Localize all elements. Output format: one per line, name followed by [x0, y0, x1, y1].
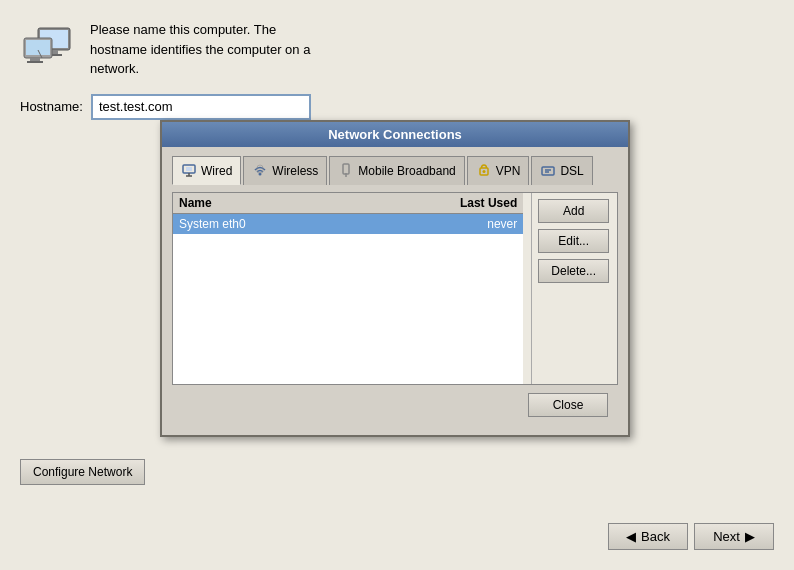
connection-list-area: Name Last Used System eth0 never — [173, 193, 523, 384]
tab-vpn[interactable]: VPN — [467, 156, 530, 185]
network-connections-dialog: Network Connections Wired Wireless — [160, 120, 630, 437]
wired-icon — [181, 161, 197, 180]
bottom-nav: ◀ Back Next ▶ — [608, 523, 774, 550]
tab-mobile-label: Mobile Broadband — [358, 164, 455, 178]
next-button[interactable]: Next ▶ — [694, 523, 774, 550]
tab-vpn-label: VPN — [496, 164, 521, 178]
dialog-footer: Close — [172, 385, 618, 425]
tab-mobile[interactable]: Mobile Broadband — [329, 156, 464, 185]
tab-wired[interactable]: Wired — [172, 156, 241, 185]
list-item[interactable]: System eth0 never — [173, 214, 523, 234]
dialog-content-area: Name Last Used System eth0 never Add Edi… — [172, 192, 618, 385]
dsl-icon — [540, 162, 556, 181]
next-label: Next — [713, 529, 740, 544]
next-arrow-icon: ▶ — [745, 529, 755, 544]
svg-rect-6 — [30, 58, 40, 61]
tab-dsl-label: DSL — [560, 164, 583, 178]
tab-wired-label: Wired — [201, 164, 232, 178]
svg-rect-5 — [26, 40, 50, 55]
vpn-icon — [476, 162, 492, 181]
svg-rect-20 — [542, 167, 554, 175]
connection-last-used: never — [437, 217, 517, 231]
svg-rect-15 — [343, 164, 349, 174]
list-header-name: Name — [179, 196, 437, 210]
back-label: Back — [641, 529, 670, 544]
back-button[interactable]: ◀ Back — [608, 523, 688, 550]
main-page: Please name this computer. The hostname … — [0, 0, 794, 570]
tab-dsl[interactable]: DSL — [531, 156, 592, 185]
tab-wireless-label: Wireless — [272, 164, 318, 178]
add-button[interactable]: Add — [538, 199, 609, 223]
top-description: Please name this computer. The hostname … — [90, 20, 310, 79]
tabs-row: Wired Wireless Mobile Broadband — [172, 155, 618, 184]
connection-list[interactable]: System eth0 never — [173, 214, 523, 384]
svg-point-17 — [345, 175, 347, 177]
tab-wireless[interactable]: Wireless — [243, 156, 327, 185]
delete-button[interactable]: Delete... — [538, 259, 609, 283]
wireless-icon — [252, 162, 268, 181]
hostname-input[interactable] — [91, 94, 311, 120]
edit-button[interactable]: Edit... — [538, 229, 609, 253]
back-arrow-icon: ◀ — [626, 529, 636, 544]
dialog-buttons-col: Add Edit... Delete... — [531, 193, 617, 384]
list-header-last-used: Last Used — [437, 196, 517, 210]
svg-point-19 — [482, 170, 485, 173]
dialog-titlebar: Network Connections — [162, 122, 628, 147]
computer-icon — [20, 22, 75, 77]
connection-name: System eth0 — [179, 217, 437, 231]
dialog-body: Wired Wireless Mobile Broadband — [162, 147, 628, 435]
svg-rect-7 — [27, 61, 43, 63]
list-header: Name Last Used — [173, 193, 523, 214]
svg-rect-10 — [186, 167, 192, 171]
hostname-label: Hostname: — [20, 99, 83, 114]
configure-network-button[interactable]: Configure Network — [20, 459, 145, 485]
mobile-icon — [338, 162, 354, 181]
top-section: Please name this computer. The hostname … — [0, 0, 794, 94]
close-button[interactable]: Close — [528, 393, 608, 417]
